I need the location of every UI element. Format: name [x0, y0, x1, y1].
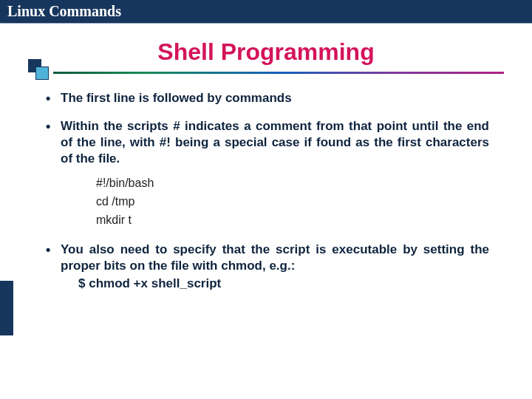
- bullet-text: Within the scripts # indicates a comment…: [61, 119, 489, 166]
- code-line: mkdir t: [96, 211, 489, 230]
- content-area: The first line is followed by commands W…: [0, 74, 532, 292]
- box-front-icon: [35, 66, 49, 80]
- title-area: Shell Programming: [0, 38, 532, 66]
- chmod-example: $ chmod +x shell_script: [78, 276, 489, 292]
- code-line: cd /tmp: [96, 193, 489, 211]
- decorative-boxes-icon: [28, 59, 50, 81]
- code-block: #!/bin/bash cd /tmp mkdir t: [96, 174, 489, 229]
- header-bar: Linux Commands: [0, 0, 532, 24]
- bullet-item: Within the scripts # indicates a comment…: [43, 118, 489, 230]
- bullet-text: The first line is followed by commands: [61, 91, 292, 105]
- slide-title: Shell Programming: [0, 38, 532, 66]
- bullet-list: The first line is followed by commands W…: [43, 90, 489, 292]
- bullet-item: You also need to specify that the script…: [43, 242, 489, 292]
- left-side-tab-icon: [0, 281, 13, 335]
- bullet-item: The first line is followed by commands: [43, 90, 489, 106]
- bullet-text: You also need to specify that the script…: [61, 242, 489, 273]
- code-line: #!/bin/bash: [96, 174, 489, 193]
- header-title: Linux Commands: [7, 3, 121, 19]
